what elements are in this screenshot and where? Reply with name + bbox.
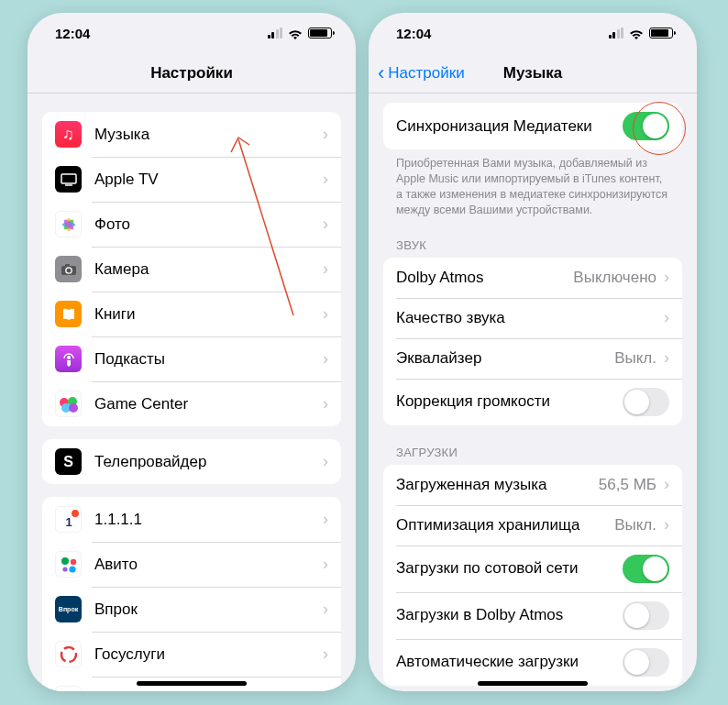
status-bar: 12:04 — [28, 13, 356, 53]
chevron-right-icon: › — [323, 125, 328, 144]
vprok-icon: Впрок — [55, 596, 82, 622]
value: Выкл. — [614, 349, 656, 368]
avito-icon — [55, 551, 82, 578]
chevron-right-icon: › — [323, 452, 328, 471]
settings-row-avito[interactable]: Авито› — [42, 542, 341, 587]
label: Загрузки по сотовой сети — [396, 559, 623, 578]
phone-right-music: 12:04 ‹ Настройки Музыка Синхронизация М… — [369, 13, 697, 691]
settings-list[interactable]: ♫Музыка›Apple TV›Фото›Камера›Книги›Подка… — [28, 94, 356, 691]
row-volcorr[interactable]: Коррекция громкости — [383, 379, 682, 425]
label: Автоматические загрузки — [396, 653, 623, 671]
chevron-right-icon: › — [323, 170, 328, 189]
music-settings-list[interactable]: Синхронизация Медиатеки Приобретенная Ва… — [369, 94, 697, 691]
label: Телепровайдер — [94, 453, 323, 471]
wifi-icon — [288, 28, 303, 39]
label: Dolby Atmos — [396, 269, 573, 287]
label: Apple TV — [94, 171, 323, 189]
status-time: 12:04 — [396, 26, 431, 41]
row-eq[interactable]: ЭквалайзерВыкл.› — [383, 338, 682, 379]
row-dolbydl[interactable]: Загрузки в Dolby Atmos — [383, 592, 682, 639]
settings-row-photos[interactable]: Фото› — [42, 202, 341, 247]
chevron-right-icon: › — [664, 515, 669, 534]
chevron-right-icon: › — [323, 644, 328, 664]
chevron-right-icon: › — [323, 510, 328, 529]
svg-rect-8 — [65, 264, 70, 267]
camera-icon — [55, 256, 82, 282]
label: Госуслуги — [94, 645, 323, 664]
podcasts-icon — [55, 346, 82, 372]
toggle-volcorr[interactable] — [623, 388, 669, 416]
row-cellular[interactable]: Загрузки по сотовой сети — [383, 545, 682, 592]
back-button[interactable]: ‹ Настройки — [369, 63, 465, 83]
navbar: Настройки — [28, 53, 356, 94]
settings-row-appletv[interactable]: Apple TV› — [42, 157, 341, 202]
label: Game Center — [94, 395, 323, 413]
label: Подкасты — [94, 350, 323, 369]
disk-icon — [55, 686, 82, 691]
battery-icon — [649, 28, 673, 39]
downloads-footer: Музыка загружается автоматически для про… — [369, 686, 697, 692]
music-icon: ♫ — [55, 121, 82, 148]
chevron-right-icon: › — [323, 394, 328, 413]
photos-icon — [55, 211, 82, 237]
label: Книги — [94, 305, 323, 324]
label: Коррекция громкости — [396, 392, 623, 411]
settings-row-vprok[interactable]: ВпрокВпрок› — [42, 587, 341, 632]
chevron-right-icon: › — [323, 349, 328, 369]
svg-point-13 — [69, 403, 78, 413]
svg-point-18 — [70, 558, 75, 564]
sync-footer: Приобретенная Вами музыка, добавляемый и… — [369, 149, 697, 218]
svg-point-19 — [62, 567, 67, 571]
settings-row-gosuslugi[interactable]: Госуслуги› — [42, 632, 341, 677]
cellular-signal-icon — [609, 28, 624, 39]
label: 1.1.1.1 — [94, 511, 323, 529]
label: Синхронизация Медиатеки — [396, 117, 623, 136]
row-optimize[interactable]: Оптимизация хранилищаВыкл.› — [383, 505, 682, 545]
row-quality[interactable]: Качество звука› — [383, 298, 682, 338]
navbar: ‹ Настройки Музыка — [369, 53, 697, 94]
cellular-signal-icon — [268, 28, 283, 39]
chevron-right-icon: › — [323, 215, 328, 234]
appletv-icon — [55, 166, 82, 193]
settings-row-music[interactable]: ♫Музыка› — [42, 112, 341, 157]
status-icons — [268, 28, 333, 39]
status-bar: 12:04 — [369, 13, 697, 53]
toggle-cellular[interactable] — [623, 555, 669, 583]
settings-row-camera[interactable]: Камера› — [42, 247, 341, 292]
row-downloaded[interactable]: Загруженная музыка56,5 МБ› — [383, 465, 682, 505]
row-autodl[interactable]: Автоматические загрузки — [383, 639, 682, 686]
settings-row-gamecenter[interactable]: Game Center› — [42, 381, 341, 426]
settings-row-podcasts[interactable]: Подкасты› — [42, 336, 341, 381]
svg-point-17 — [61, 557, 69, 565]
toggle-autodl[interactable] — [623, 648, 669, 677]
settings-row-books[interactable]: Книги› — [42, 292, 341, 336]
chevron-right-icon: › — [323, 259, 328, 279]
label: Оптимизация хранилища — [396, 516, 614, 534]
wifi-icon — [629, 28, 644, 39]
home-indicator — [137, 681, 247, 686]
chevron-right-icon: › — [664, 348, 669, 368]
label: Фото — [94, 215, 323, 234]
page-title: Настройки — [28, 64, 356, 83]
settings-row-1111[interactable]: 11.1.1.1› — [42, 497, 341, 542]
status-icons — [609, 28, 674, 39]
back-label: Настройки — [388, 64, 464, 83]
toggle-dolbydl[interactable] — [623, 601, 669, 630]
gosuslugi-icon — [55, 641, 82, 667]
sound-header: ЗВУК — [369, 218, 697, 258]
battery-icon — [308, 28, 332, 39]
chevron-right-icon: › — [323, 600, 328, 619]
chevron-right-icon: › — [323, 555, 328, 574]
settings-row-tvprovider[interactable]: SТелепровайдер› — [42, 439, 341, 484]
label: Загрузки в Dolby Atmos — [396, 606, 623, 624]
label: Качество звука — [396, 309, 664, 327]
value: 56,5 МБ — [599, 476, 656, 494]
svg-text:1: 1 — [65, 515, 72, 529]
row-dolby[interactable]: Dolby AtmosВыключено› — [383, 258, 682, 298]
chevron-right-icon: › — [664, 268, 669, 287]
label: Диск — [94, 690, 323, 692]
toggle-sync-library[interactable] — [623, 112, 669, 140]
row-sync-library[interactable]: Синхронизация Медиатеки — [383, 103, 682, 149]
gamecenter-icon — [55, 391, 82, 417]
svg-point-21 — [61, 647, 76, 662]
